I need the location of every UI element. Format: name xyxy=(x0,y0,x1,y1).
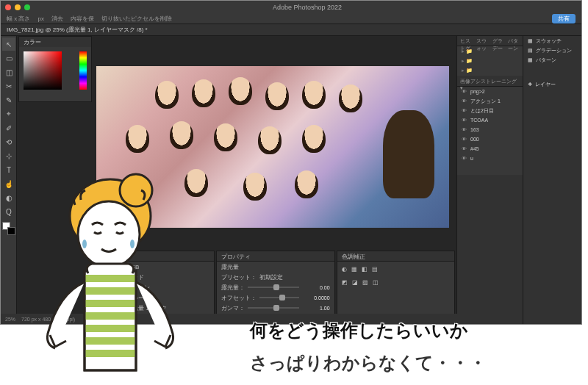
svg-point-2 xyxy=(78,201,140,267)
panel-tabs[interactable]: ヒストグスウォッグラデーパターン xyxy=(457,36,523,46)
cartoon-character xyxy=(15,165,220,385)
layer-item[interactable]: 👁#45 xyxy=(457,144,523,154)
zoom-tool[interactable]: ◐ xyxy=(2,191,15,204)
titlebar: Adobe Photoshop 2022 xyxy=(1,1,581,14)
lasso-tool[interactable]: ◫ xyxy=(2,65,15,79)
adjust-icon[interactable]: ▦ xyxy=(351,266,357,273)
layer-item[interactable]: 👁png>2 xyxy=(457,87,523,96)
color-panel: カラー xyxy=(18,36,92,102)
adjust-icon[interactable]: ◫ xyxy=(373,279,379,286)
unit-label: px xyxy=(37,15,43,22)
crop-tool[interactable]: ✂ xyxy=(2,79,15,93)
color-panel-title[interactable]: カラー xyxy=(19,37,91,47)
adjust-icon[interactable]: ◐ xyxy=(342,266,347,273)
properties-title[interactable]: プロパティ xyxy=(217,251,334,262)
svg-point-3 xyxy=(82,240,87,248)
gradient-panel[interactable]: ▤ グラデーション xyxy=(523,46,581,55)
pattern-panel[interactable]: ▦ パターン xyxy=(523,55,581,65)
document-tabs: IMG_7821.jpg @ 25% (露光量 1, レイヤーマスク /8) * xyxy=(1,24,581,36)
svg-point-1 xyxy=(120,174,152,206)
delete-pixels[interactable]: 切り抜いたピクセルを削除 xyxy=(101,15,172,23)
quick-mask[interactable]: Q xyxy=(2,205,15,218)
offset-slider[interactable] xyxy=(259,297,298,298)
layer-item[interactable]: 👁アクション 1 xyxy=(457,96,523,106)
adjustments-title[interactable]: 色調補正 xyxy=(337,251,454,262)
options-bar: 幅 x 高さ px 消去 内容を保 切り抜いたピクセルを削除 共有 xyxy=(1,14,581,24)
layer-item[interactable]: 👁163 xyxy=(457,125,523,134)
brush-tool[interactable]: ⌖ xyxy=(2,107,15,120)
content-aware[interactable]: 内容を保 xyxy=(71,15,94,23)
layers-header[interactable]: 画像アシストレーニング ▾ xyxy=(457,76,523,87)
layer-item[interactable]: 👁とは2日目 xyxy=(457,106,523,115)
clear-button[interactable]: 消去 xyxy=(51,15,63,23)
layers-panel[interactable]: ❖ レイヤー xyxy=(523,79,581,89)
eraser-tool[interactable]: ⟲ xyxy=(2,135,15,148)
window-controls[interactable] xyxy=(5,4,30,10)
share-button[interactable]: 共有 xyxy=(552,14,576,24)
layer-item[interactable]: 👁TCOAA xyxy=(457,115,523,125)
adjust-icon[interactable]: ◪ xyxy=(352,279,358,286)
adjust-icon[interactable]: ▨ xyxy=(362,279,368,286)
exposure-slider[interactable] xyxy=(248,287,298,288)
right-panels: ヒストグスウォッグラデーパターン ▸ 📁 ▸ 📁 ▸ 📁 画像アシストレーニング… xyxy=(456,36,581,324)
hand-tool[interactable]: ☝ xyxy=(2,177,15,190)
swatch-panel[interactable]: ▦ スウォッチ xyxy=(523,36,581,46)
adjustments-panel: 色調補正 ◐▦◧▤ ◩◪▨◫ xyxy=(337,251,455,323)
zoom-level[interactable]: 25% xyxy=(5,317,15,322)
color-picker[interactable] xyxy=(24,51,62,90)
hue-slider[interactable] xyxy=(79,51,87,90)
layer-item[interactable]: 👁000 xyxy=(457,134,523,144)
adjust-icon[interactable]: ◩ xyxy=(342,279,348,286)
gradient-tool[interactable]: ⊹ xyxy=(2,149,15,162)
svg-point-4 xyxy=(130,240,135,248)
document-tab[interactable]: IMG_7821.jpg @ 25% (露光量 1, レイヤーマスク /8) * xyxy=(7,26,148,34)
properties-panel: プロパティ 露光量 プリセット：初期設定 露光量：0.00 オフセット：0.00… xyxy=(216,251,334,323)
color-swatches[interactable] xyxy=(2,222,15,235)
crop-dimension[interactable]: 幅 x 高さ xyxy=(7,15,30,23)
layer-item[interactable]: 👁u xyxy=(457,154,523,163)
minimize-icon[interactable] xyxy=(15,4,21,10)
type-tool[interactable]: T xyxy=(2,163,15,176)
gamma-slider[interactable] xyxy=(248,307,298,309)
overlay-text-1: 何をどう操作したらいいか xyxy=(250,319,468,342)
move-tool[interactable]: ↖ xyxy=(2,37,15,51)
overlay-text-2: さっぱりわからなくて・・・ xyxy=(250,351,487,375)
marquee-tool[interactable]: ▭ xyxy=(2,51,15,65)
app-title: Adobe Photoshop 2022 xyxy=(37,4,577,11)
eyedropper-tool[interactable]: ✎ xyxy=(2,93,15,107)
adjust-icon[interactable]: ◧ xyxy=(362,266,368,273)
maximize-icon[interactable] xyxy=(24,4,30,10)
stamp-tool[interactable]: ✐ xyxy=(2,121,15,134)
adjust-icon[interactable]: ▤ xyxy=(372,266,378,273)
close-icon[interactable] xyxy=(5,4,11,10)
